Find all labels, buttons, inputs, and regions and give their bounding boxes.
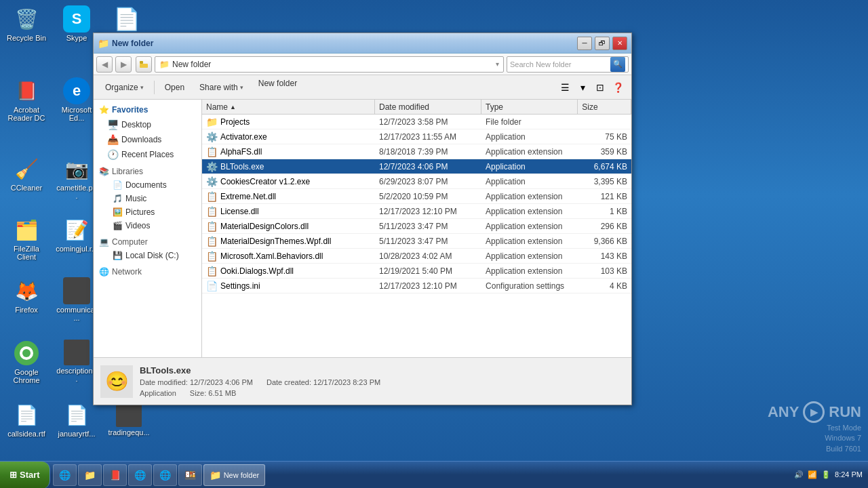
file-row[interactable]: 📋 Ooki.Dialogs.Wpf.dll 12/19/2021 5:40 P… xyxy=(202,264,631,279)
minimize-button[interactable]: ─ xyxy=(577,37,592,50)
file-row[interactable]: ⚙️ BLTools.exe 12/7/2023 4:06 PM Applica… xyxy=(202,159,631,174)
col-header-date[interactable]: Date modified xyxy=(375,100,481,114)
file-date-cell: 5/11/2023 3:47 PM xyxy=(375,237,481,246)
up-button[interactable] xyxy=(136,56,152,73)
nav-item-music[interactable]: 🎵 Music xyxy=(94,192,201,205)
file-type-cell: Application extension xyxy=(481,266,578,276)
file-size-cell: 359 KB xyxy=(578,147,631,157)
file-name-cell: 📋 MaterialDesignColors.dll xyxy=(202,221,375,232)
file-row[interactable]: 📋 Microsoft.Xaml.Behaviors.dll 10/28/202… xyxy=(202,249,631,264)
nav-item-desktop[interactable]: 🖥️ Desktop xyxy=(94,117,201,132)
status-size-key: Size: xyxy=(190,389,206,397)
open-button[interactable]: Open xyxy=(159,78,191,97)
recycle-bin-label: Recycle Bin xyxy=(7,34,46,42)
nav-item-videos[interactable]: 🎬 Videos xyxy=(94,219,201,232)
nav-item-recent-places[interactable]: 🕐 Recent Places xyxy=(94,147,201,162)
forward-button[interactable]: ▶ xyxy=(115,56,132,73)
desktop-icon-acrobat[interactable]: 📕 AcrobatReader DC xyxy=(3,75,50,125)
file-name-cell: 📋 MaterialDesignThemes.Wpf.dll xyxy=(202,236,375,247)
taskbar-btn-edge2[interactable]: 🌐 xyxy=(128,464,152,486)
file-row[interactable]: 📋 AlphaFS.dll 8/18/2018 7:39 PM Applicat… xyxy=(202,144,631,159)
nav-item-documents[interactable]: 📄 Documents xyxy=(94,178,201,192)
downloads-nav-label: Downloads xyxy=(121,135,161,144)
help-button[interactable]: ❓ xyxy=(610,79,626,96)
share-button[interactable]: Share with ▾ xyxy=(193,78,250,97)
organize-arrow-icon: ▾ xyxy=(140,84,144,91)
file-row[interactable]: ⚙️ CookiesCreator v1.2.exe 6/29/2023 8:0… xyxy=(202,174,631,189)
acrobat-icon: 📕 xyxy=(13,77,40,104)
recycle-bin-icon: 🗑️ xyxy=(13,5,40,33)
taskbar-btn-explorer[interactable]: 📁 xyxy=(78,464,102,486)
file-type-icon: 📋 xyxy=(206,266,218,277)
file-type-cell: Application xyxy=(481,177,578,186)
network-header[interactable]: 🌐 Network xyxy=(94,265,201,279)
documents-label: Documents xyxy=(125,180,167,190)
cametitle-label: cametitle.p... xyxy=(56,184,98,200)
chrome-icon xyxy=(13,340,40,367)
firefox-icon: 🦊 xyxy=(13,277,40,304)
start-button[interactable]: ⊞ Start xyxy=(0,462,50,489)
desktop-nav-icon: 🖥️ xyxy=(107,119,119,130)
nav-pane: ⭐ Favorites 🖥️ Desktop 📥 Downloads 🕐 Rec… xyxy=(94,100,202,357)
search-box[interactable]: Search New folder 🔍 xyxy=(507,56,629,73)
nav-item-local-disk[interactable]: 💾 Local Disk (C:) xyxy=(94,249,201,262)
new-folder-button[interactable]: New folder xyxy=(252,78,303,97)
file-size-cell: 3,395 KB xyxy=(578,177,631,186)
desktop-icon-recycle-bin[interactable]: 🗑️ Recycle Bin xyxy=(3,3,50,45)
network-status-icon: 📶 xyxy=(808,470,817,479)
col-type-label: Type xyxy=(486,102,503,112)
desktop-icon-word[interactable]: 📄 xyxy=(103,3,151,37)
januaryrtf-icon: 📄 xyxy=(63,401,90,428)
restore-button[interactable]: 🗗 xyxy=(595,37,610,50)
file-row[interactable]: 📄 Settings.ini 12/17/2023 12:10 PM Confi… xyxy=(202,279,631,293)
desktop-icon-firefox[interactable]: 🦊 Firefox xyxy=(3,274,50,317)
toolbar: Organize ▾ Open Share with ▾ New folder … xyxy=(94,75,631,100)
favorites-header[interactable]: ⭐ Favorites xyxy=(94,102,201,117)
taskbar-btn-ie[interactable]: 🌐 xyxy=(53,464,77,486)
file-row[interactable]: 📁 Projects 12/7/2023 3:58 PM File folder xyxy=(202,115,631,129)
search-button[interactable]: 🔍 xyxy=(610,57,625,72)
desktop-icon-filezilla[interactable]: 🗂️ FileZilla Client xyxy=(3,214,50,264)
skype-icon: S xyxy=(63,5,90,33)
col-header-size[interactable]: Size xyxy=(578,100,631,114)
file-row[interactable]: ⚙️ Activator.exe 12/17/2023 11:55 AM App… xyxy=(202,129,631,144)
col-header-type[interactable]: Type xyxy=(481,100,578,114)
address-bar: ◀ ▶ 📁 New folder ▾ Search New folder 🔍 xyxy=(94,54,631,75)
desktop-icon-callsidea[interactable]: 📄 callsidea.rtf xyxy=(3,399,50,441)
taskbar-btn-acrobat[interactable]: 📕 xyxy=(103,464,127,486)
window-title: New folder xyxy=(112,39,574,48)
organize-button[interactable]: Organize ▾ xyxy=(99,78,150,97)
address-dropdown-arrow[interactable]: ▾ xyxy=(496,60,499,68)
recent-nav-label: Recent Places xyxy=(121,150,174,159)
battery-icon: 🔋 xyxy=(821,470,831,479)
nav-item-downloads[interactable]: 📥 Downloads xyxy=(94,132,201,147)
file-row[interactable]: 📋 License.dll 12/17/2023 12:10 PM Applic… xyxy=(202,204,631,219)
volume-icon[interactable]: 🔊 xyxy=(794,470,804,479)
desktop-icon-chrome[interactable]: Google Chrome xyxy=(3,337,50,387)
file-date-cell: 12/17/2023 12:10 PM xyxy=(375,207,481,216)
computer-header[interactable]: 💻 Computer xyxy=(94,235,201,249)
active-folder-label: New folder xyxy=(224,471,260,479)
taskbar-btn-folder-active[interactable]: 📁 New folder xyxy=(203,464,266,486)
taskbar-btn-ie2[interactable]: 🌐 xyxy=(153,464,177,486)
libraries-header[interactable]: 📚 Libraries xyxy=(94,165,201,178)
back-button[interactable]: ◀ xyxy=(96,56,113,73)
address-box[interactable]: 📁 New folder ▾ xyxy=(155,56,504,73)
file-name-text: Projects xyxy=(220,117,250,127)
view-preview-button[interactable]: ⊡ xyxy=(592,79,608,96)
desktop-icon-ccleaner[interactable]: 🧹 CCleaner xyxy=(3,152,50,195)
tradingequ-label: tradingequ... xyxy=(108,428,149,436)
nav-item-pictures[interactable]: 🖼️ Pictures xyxy=(94,205,201,219)
svg-rect-3 xyxy=(140,61,143,64)
file-row[interactable]: 📋 MaterialDesignColors.dll 5/11/2023 3:4… xyxy=(202,219,631,234)
taskbar-btn-sandwich[interactable]: 🍱 xyxy=(178,464,202,486)
col-header-name[interactable]: Name ▲ xyxy=(202,100,375,114)
close-button[interactable]: ✕ xyxy=(612,37,627,50)
view-options-button[interactable]: ▾ xyxy=(574,79,591,96)
file-row[interactable]: 📋 Extreme.Net.dll 5/2/2020 10:59 PM Appl… xyxy=(202,189,631,204)
view-list-button[interactable]: ☰ xyxy=(557,79,573,96)
status-date-modified-value: 12/7/2023 4:06 PM xyxy=(190,378,253,386)
edge-icon: e xyxy=(63,77,90,104)
file-row[interactable]: 📋 MaterialDesignThemes.Wpf.dll 5/11/2023… xyxy=(202,234,631,249)
pictures-label: Pictures xyxy=(125,207,155,217)
